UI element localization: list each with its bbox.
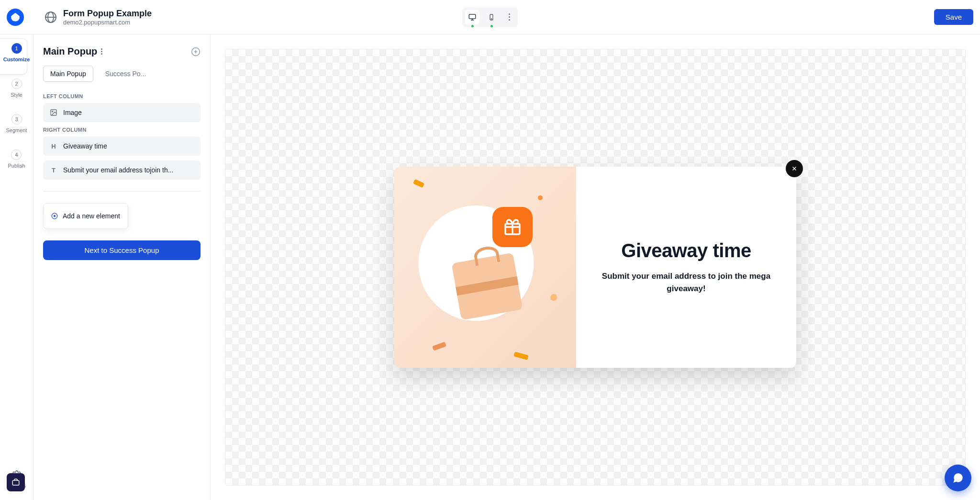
step-label: Style <box>11 92 22 98</box>
image-icon <box>50 109 57 116</box>
editor-panel: Main Popup Main Popup Success Po... LEFT… <box>33 34 211 500</box>
popup-preview: Giveaway time Submit your email address … <box>394 167 796 368</box>
element-label: Submit your email address tojoin th... <box>63 166 173 174</box>
add-element-button[interactable]: Add a new element <box>43 203 128 229</box>
popup-image-pane <box>394 167 576 368</box>
plus-icon <box>51 213 58 219</box>
status-dot-icon <box>490 25 493 27</box>
device-mobile-button[interactable] <box>484 10 499 24</box>
app-logo[interactable] <box>7 9 24 26</box>
panel-header: Main Popup <box>43 46 200 57</box>
svg-point-2 <box>491 18 491 19</box>
panel-title: Main Popup <box>43 46 97 57</box>
text-icon: T <box>50 166 57 174</box>
right-column-label: RIGHT COLUMN <box>43 127 200 133</box>
element-text[interactable]: T Submit your email address tojoin th... <box>43 160 200 180</box>
confetti-icon <box>513 352 529 360</box>
device-desktop-button[interactable] <box>465 10 479 24</box>
step-number: 2 <box>11 79 22 89</box>
element-image[interactable]: Image <box>43 103 200 122</box>
device-more-button[interactable] <box>503 13 515 21</box>
next-step-button[interactable]: Next to Success Popup <box>43 240 200 260</box>
add-popup-button[interactable] <box>191 47 200 57</box>
status-dot-icon <box>471 25 474 27</box>
close-icon <box>791 165 798 172</box>
step-rail: 1 Customize 2 Style 3 Segment 4 Publish … <box>0 34 33 500</box>
element-label: Giveaway time <box>63 142 107 150</box>
step-segment[interactable]: 3 Segment <box>6 114 27 133</box>
briefcase-button[interactable] <box>7 473 25 491</box>
confetti-icon <box>413 179 424 188</box>
step-label: Customize <box>3 57 30 62</box>
project-title-block: Form Popup Example demo2.popupsmart.com <box>63 9 152 26</box>
gift-box-icon <box>452 253 523 320</box>
step-number: 3 <box>11 114 22 125</box>
svg-point-7 <box>52 111 53 112</box>
chat-widget-button[interactable] <box>945 465 971 491</box>
confetti-icon <box>432 342 446 351</box>
project-title: Form Popup Example <box>63 9 152 19</box>
panel-menu-button[interactable] <box>101 48 102 55</box>
popup-tabs: Main Popup Success Po... <box>43 66 200 82</box>
popup-headline: Giveaway time <box>621 240 751 261</box>
popup-subtext: Submit your email address to join the me… <box>595 270 777 295</box>
confetti-icon <box>538 195 543 200</box>
step-customize[interactable]: 1 Customize <box>3 43 30 62</box>
svg-rect-4 <box>12 480 19 485</box>
chat-icon <box>952 472 964 484</box>
heading-icon: H <box>50 142 57 150</box>
step-style[interactable]: 2 Style <box>11 79 22 98</box>
app-header: Form Popup Example demo2.popupsmart.com … <box>0 0 980 34</box>
element-label: Image <box>63 109 82 116</box>
tab-success-popup[interactable]: Success Po... <box>98 66 154 82</box>
preview-canvas: Giveaway time Submit your email address … <box>225 49 966 486</box>
divider <box>43 191 200 192</box>
device-switcher <box>462 7 518 27</box>
step-publish[interactable]: 4 Publish <box>8 149 25 169</box>
tab-main-popup[interactable]: Main Popup <box>43 66 93 82</box>
step-label: Segment <box>6 127 27 133</box>
save-button[interactable]: Save <box>934 9 973 25</box>
step-label: Publish <box>8 163 25 169</box>
add-element-label: Add a new element <box>63 212 120 220</box>
svg-rect-0 <box>469 14 476 19</box>
confetti-icon <box>550 294 557 301</box>
popup-close-button[interactable] <box>786 160 803 177</box>
element-heading[interactable]: H Giveaway time <box>43 136 200 156</box>
step-number: 4 <box>11 149 22 160</box>
step-number: 1 <box>11 43 22 54</box>
globe-icon <box>45 11 56 23</box>
gift-badge-icon <box>492 207 533 247</box>
briefcase-icon <box>11 478 20 487</box>
popup-content-pane: Giveaway time Submit your email address … <box>576 167 796 368</box>
project-domain: demo2.popupsmart.com <box>63 19 152 26</box>
left-column-label: LEFT COLUMN <box>43 93 200 99</box>
